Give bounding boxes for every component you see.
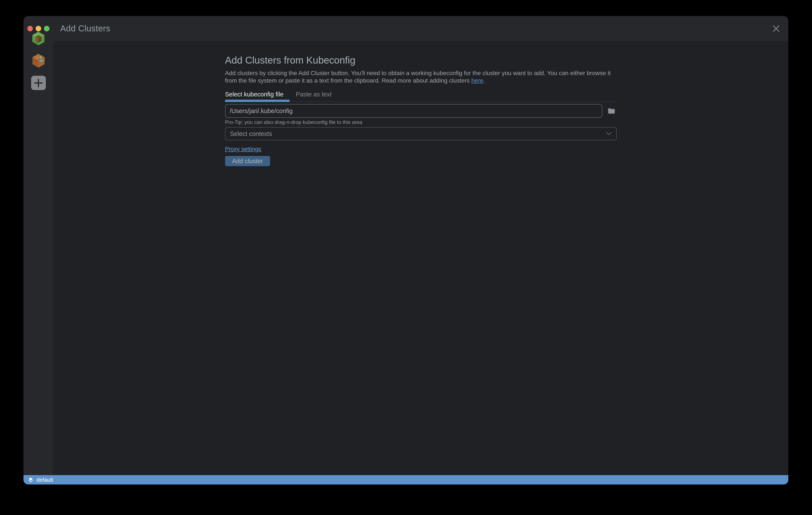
add-cluster-button[interactable]: Add cluster [225, 156, 270, 166]
tab-label: Select kubeconfig file [225, 91, 284, 98]
tab-paste-as-text[interactable]: Paste as text [296, 90, 332, 102]
sidebar-add-cluster-button[interactable] [31, 76, 46, 90]
protip-text: Pro-Tip: you can also drag-n-drop kubeco… [225, 119, 617, 125]
plus-icon [34, 79, 43, 87]
kubeconfig-path-input[interactable] [225, 104, 602, 118]
close-icon [773, 25, 780, 32]
contexts-select-placeholder: Select contexts [230, 130, 272, 137]
page-description: Add clusters by clicking the Add Cluster… [225, 69, 611, 84]
sidebar-cluster-orange[interactable] [31, 54, 46, 68]
sidebar-cluster-green[interactable] [31, 31, 46, 46]
tab-label: Paste as text [296, 91, 332, 98]
browse-file-button[interactable] [606, 106, 617, 116]
chevron-down-icon [606, 132, 612, 136]
main-content: Add Clusters from Kubeconfig Add cluster… [53, 41, 788, 475]
status-bar: default [24, 475, 788, 485]
kubeconfig-tabs: Select kubeconfig file Paste as text [225, 90, 617, 102]
close-button[interactable] [771, 23, 782, 34]
proxy-settings-link[interactable]: Proxy settings [225, 146, 261, 152]
green-cluster-hex-icon [31, 31, 46, 46]
here-link[interactable]: here [471, 77, 483, 84]
tab-select-kubeconfig-file[interactable]: Select kubeconfig file [225, 90, 290, 102]
add-clusters-window: Add Clusters [24, 16, 788, 485]
kubeconfig-file-row [225, 104, 617, 118]
titlebar: Add Clusters [24, 16, 788, 41]
folder-icon [608, 108, 615, 114]
content-column: Add Clusters from Kubeconfig Add cluster… [225, 41, 617, 166]
statusbar-context-label: default [36, 477, 53, 483]
contexts-select[interactable]: Select contexts [225, 127, 617, 140]
window-title: Add Clusters [60, 24, 110, 33]
description-period: . [483, 77, 485, 84]
statusbar-context-button[interactable]: default [24, 475, 57, 485]
cluster-sidebar [24, 16, 53, 475]
orange-cluster-hex-icon [31, 53, 46, 68]
description-text: Add clusters by clicking the Add Cluster… [225, 70, 611, 84]
page-title: Add Clusters from Kubeconfig [225, 55, 617, 66]
layers-icon [28, 477, 34, 483]
